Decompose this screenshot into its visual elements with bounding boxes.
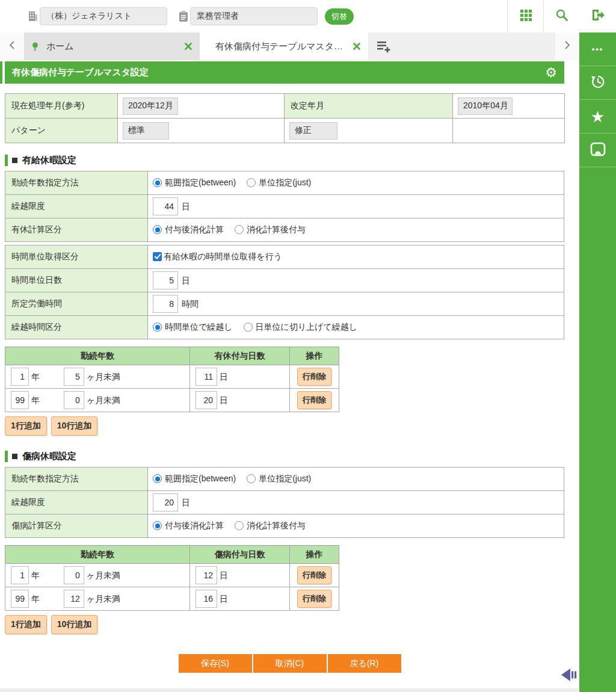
close-icon[interactable] xyxy=(353,42,361,51)
carryover-limit-label: 繰越限度 xyxy=(11,201,45,211)
save-button[interactable]: 保存(S) xyxy=(179,654,252,673)
radio-off-icon[interactable] xyxy=(247,178,256,187)
months-input[interactable] xyxy=(64,368,84,386)
revision-month-input[interactable] xyxy=(458,97,513,115)
gear-icon[interactable]: ⚙ xyxy=(545,66,557,79)
col-action: 操作 xyxy=(290,347,339,365)
carryover-limit-input[interactable] xyxy=(153,197,178,215)
unit-label: 日 xyxy=(220,570,228,580)
grant-days-input[interactable] xyxy=(196,590,217,608)
radio-on-icon[interactable] xyxy=(153,474,162,483)
cancel-button[interactable]: 取消(C) xyxy=(253,654,327,673)
radio-consume-then-grant[interactable]: 消化計算後付与 xyxy=(235,521,306,530)
grant-days-input[interactable] xyxy=(196,566,217,584)
hourly-flag-label: 時間単位取得区分 xyxy=(11,252,79,261)
grant-days-input[interactable] xyxy=(196,391,217,409)
table-row: 繰越時間区分 時間単位で繰越し 日単位に切り上げて繰越し xyxy=(5,316,564,339)
delete-row-button[interactable]: 行削除 xyxy=(297,368,331,386)
radio-label: 範囲指定(between) xyxy=(165,474,236,483)
add-one-row-button[interactable]: 1行追加 xyxy=(5,615,47,634)
radio-label: 日単位に切り上げて繰越し xyxy=(256,322,358,332)
table-row: 現在処理年月(参考) 改定年月 xyxy=(5,94,565,119)
switch-button[interactable]: 切替 xyxy=(325,8,354,25)
pattern-revision-input[interactable] xyxy=(289,122,337,140)
section-square-icon xyxy=(12,454,17,459)
radio-consume-then-grant[interactable]: 消化計算後付与 xyxy=(235,224,306,234)
radio-off-icon[interactable] xyxy=(235,521,244,530)
processing-month-input[interactable] xyxy=(123,97,178,115)
table-row: 年 ヶ月未満 日 行削除 xyxy=(5,587,339,611)
radio-grant-then-consume[interactable]: 付与後消化計算 xyxy=(153,224,224,234)
radio-unit-just[interactable]: 単位指定(just) xyxy=(247,474,311,483)
sidebar-more-button[interactable]: ••• xyxy=(579,32,616,66)
radio-off-icon[interactable] xyxy=(244,323,253,332)
tab-scroll-right-button[interactable] xyxy=(555,32,579,60)
add-one-row-button[interactable]: 1行追加 xyxy=(5,416,47,436)
radio-on-icon[interactable] xyxy=(153,323,162,332)
unit-label: ヶ月未満 xyxy=(87,594,120,604)
tab-home[interactable]: ホーム xyxy=(24,32,200,60)
delete-row-button[interactable]: 行削除 xyxy=(297,590,331,608)
col-service-years: 勤続年数 xyxy=(5,347,190,365)
logout-button[interactable] xyxy=(579,0,615,32)
unit-label: ヶ月未満 xyxy=(87,372,120,382)
add-ten-rows-button[interactable]: 10行追加 xyxy=(51,615,98,634)
radio-carryover-daily[interactable]: 日単位に切り上げて繰越し xyxy=(244,322,358,332)
history-icon xyxy=(590,73,606,93)
pushpin-icon[interactable] xyxy=(31,42,39,52)
collapse-arrow-icon[interactable] xyxy=(561,669,579,684)
radio-unit-just[interactable]: 単位指定(just) xyxy=(247,178,311,187)
grant-days-input[interactable] xyxy=(196,368,217,386)
months-input[interactable] xyxy=(64,590,84,608)
unit-label: 年 xyxy=(31,372,40,382)
radio-off-icon[interactable] xyxy=(235,225,244,234)
months-input[interactable] xyxy=(64,391,84,409)
radio-range-between[interactable]: 範囲指定(between) xyxy=(153,474,236,483)
apps-grid-button[interactable] xyxy=(507,0,544,32)
carryover-limit-input[interactable] xyxy=(153,493,178,511)
back-button[interactable]: 戻る(R) xyxy=(328,654,401,673)
delete-row-button[interactable]: 行削除 xyxy=(297,391,331,409)
checkbox-label: 有給休暇の時間単位取得を行う xyxy=(164,252,282,261)
radio-grant-then-consume[interactable]: 付与後消化計算 xyxy=(153,521,224,530)
sidebar-history-button[interactable] xyxy=(579,66,616,100)
app-window: 切替 ホーム xyxy=(0,0,616,692)
search-button[interactable] xyxy=(543,0,580,32)
hourly-days-input[interactable] xyxy=(153,271,178,289)
footer-actions: 保存(S) 取消(C) 戻る(R) xyxy=(0,654,579,673)
table-row: 年 ヶ月未満 日 行削除 xyxy=(5,564,339,587)
sidebar-favorites-button[interactable]: ★ xyxy=(579,100,616,134)
table-row: 傷病計算区分 付与後消化計算 消化計算後付与 xyxy=(5,514,564,538)
sidebar-tray-button[interactable] xyxy=(579,134,616,167)
role-input[interactable] xyxy=(190,7,318,25)
radio-on-icon[interactable] xyxy=(153,225,162,234)
radio-on-icon[interactable] xyxy=(153,178,162,187)
working-hours-input[interactable] xyxy=(153,295,178,313)
years-input[interactable] xyxy=(11,368,29,386)
company-input[interactable] xyxy=(40,7,167,25)
close-icon[interactable] xyxy=(184,42,192,51)
col-grant-days: 傷病付与日数 xyxy=(190,546,290,564)
unit-label: 日 xyxy=(182,276,190,285)
radio-label: 付与後消化計算 xyxy=(165,521,224,530)
radio-range-between[interactable]: 範囲指定(between) xyxy=(153,178,236,187)
add-tab-icon[interactable] xyxy=(376,40,392,55)
table-row: パターン xyxy=(5,119,565,143)
chevron-right-icon xyxy=(564,40,570,52)
years-input[interactable] xyxy=(11,391,29,409)
pattern-input[interactable] xyxy=(123,122,169,140)
radio-on-icon[interactable] xyxy=(153,521,162,530)
checkbox-checked-icon[interactable] xyxy=(153,252,162,261)
add-ten-rows-button[interactable]: 10行追加 xyxy=(51,416,98,436)
months-input[interactable] xyxy=(64,566,84,584)
hourly-flag-option[interactable]: 有給休暇の時間単位取得を行う xyxy=(153,252,282,261)
tab-leave-master[interactable]: 有休傷病付与テーブルマスタ… xyxy=(200,32,368,60)
unit-label: 日 xyxy=(182,498,190,507)
tab-scroll-left-button[interactable] xyxy=(0,32,24,60)
radio-off-icon[interactable] xyxy=(247,474,256,483)
years-input[interactable] xyxy=(11,566,29,584)
delete-row-button[interactable]: 行削除 xyxy=(297,566,331,584)
radio-carryover-hourly[interactable]: 時間単位で繰越し xyxy=(153,322,233,332)
years-input[interactable] xyxy=(11,590,29,608)
info-table: 現在処理年月(参考) 改定年月 パターン xyxy=(5,93,565,143)
